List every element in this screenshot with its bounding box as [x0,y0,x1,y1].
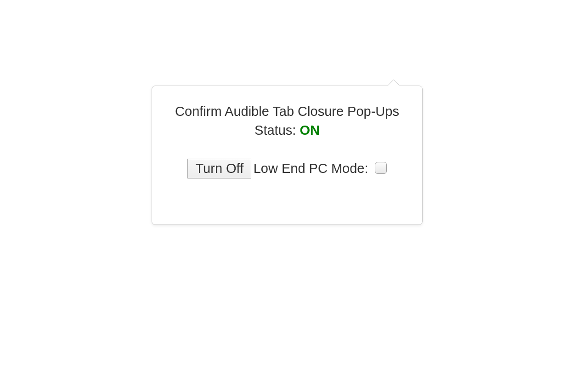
extension-popup: Confirm Audible Tab Closure Pop-Ups Stat… [152,86,423,225]
status-label: Confirm Audible Tab Closure Pop-Ups Stat… [175,104,399,138]
low-end-label: Low End PC Mode: [254,161,368,176]
status-value: ON [300,123,320,138]
toggle-button[interactable]: Turn Off [187,159,251,178]
popup-arrow [387,80,399,86]
low-end-row: Low End PC Mode: [254,161,387,176]
low-end-checkbox[interactable] [375,162,387,174]
status-line: Confirm Audible Tab Closure Pop-Ups Stat… [170,102,404,139]
